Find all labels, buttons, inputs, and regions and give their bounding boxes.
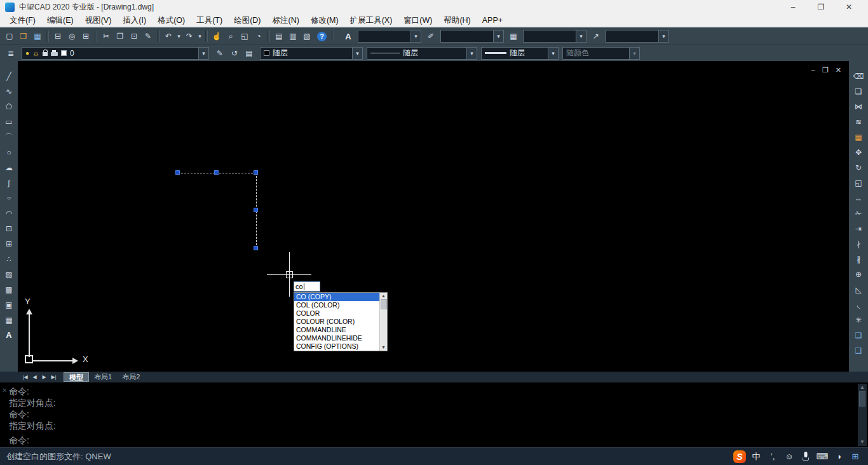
insert-block-icon[interactable]: ⊡ — [2, 222, 16, 235]
cut-icon[interactable]: ✂ — [99, 30, 113, 43]
chamfer-icon[interactable]: ◺ — [851, 283, 865, 296]
join-icon[interactable]: ⊕ — [851, 267, 865, 281]
gradient-icon[interactable]: ▩ — [2, 283, 16, 296]
autocomplete-scrollbar[interactable]: ▲ ▼ — [379, 293, 387, 351]
grip-point[interactable] — [175, 170, 180, 175]
rectangle-icon[interactable]: ▭ — [2, 115, 16, 128]
new-file-icon[interactable]: ▢ — [3, 30, 17, 43]
paste-icon[interactable]: ⊡ — [127, 30, 141, 43]
circle-icon[interactable]: ○ — [2, 145, 16, 159]
grip-point[interactable] — [214, 170, 219, 175]
emoji-icon[interactable]: ☺ — [783, 450, 796, 463]
combo-dropdown-arrow[interactable]: ▾ — [548, 48, 558, 59]
table-style-icon[interactable]: ▦ — [506, 30, 520, 43]
menu-express-tools[interactable]: 扩展工具(X) — [344, 14, 398, 27]
point-icon[interactable]: ∴ — [2, 252, 16, 266]
extend-icon[interactable]: ⇥ — [851, 222, 865, 235]
document-close-button[interactable]: ✕ — [836, 67, 841, 74]
make-block-icon[interactable]: ⊞ — [2, 237, 16, 250]
polygon-icon[interactable]: ⬠ — [2, 100, 16, 113]
menu-dimension[interactable]: 标注(N) — [267, 14, 305, 27]
combo-dropdown-arrow[interactable]: ▾ — [576, 30, 586, 42]
menu-tools[interactable]: 工具(T) — [191, 14, 228, 27]
combo-dropdown-arrow[interactable]: ▾ — [198, 48, 208, 59]
line-icon[interactable]: ╱ — [2, 69, 16, 83]
microphone-icon[interactable] — [799, 450, 812, 463]
scrollbar-track[interactable] — [380, 299, 387, 344]
sogou-logo[interactable]: S — [733, 450, 746, 463]
drawing-canvas[interactable]: – ❐ ✕ co CO (COP — [18, 61, 849, 372]
scroll-up-icon[interactable]: ▲ — [860, 384, 865, 391]
tool-palettes-icon[interactable]: ▧ — [300, 30, 314, 43]
style-combo[interactable]: ▾ — [358, 30, 421, 43]
undo-history-caret[interactable]: ▾ — [175, 30, 182, 43]
fillet-icon[interactable]: ◟ — [851, 298, 865, 311]
redo-icon[interactable]: ↷ — [182, 30, 196, 43]
menu-help[interactable]: 帮助(H) — [438, 14, 476, 27]
print-icon[interactable]: ⊟ — [51, 30, 65, 43]
chinese-input-icon[interactable]: 中 — [750, 450, 763, 463]
menu-view[interactable]: 视图(V) — [79, 14, 118, 27]
array-icon[interactable]: ▦ — [851, 130, 865, 144]
pan-icon[interactable]: ☝ — [210, 30, 224, 43]
help-icon[interactable]: ? — [317, 32, 327, 41]
tab-layout1[interactable]: 布局1 — [89, 372, 117, 382]
fullhalf-width-icon[interactable]: ◑ — [832, 450, 845, 463]
offset-icon[interactable]: ≋ — [851, 115, 865, 128]
command-panel-close-icon[interactable]: ✕ — [2, 387, 7, 394]
revision-cloud-icon[interactable]: ☁ — [2, 161, 16, 174]
toolbar-separator[interactable] — [95, 30, 97, 42]
scroll-down-icon[interactable]: ▼ — [860, 438, 865, 446]
open-file-icon[interactable]: ❒ — [17, 30, 31, 43]
zoom-realtime-icon[interactable]: ⌕ — [224, 30, 238, 43]
save-file-icon[interactable]: ▦ — [31, 30, 44, 43]
tab-model[interactable]: 模型 — [64, 372, 89, 382]
erase-icon[interactable]: ⌫ — [851, 69, 865, 83]
stretch-icon[interactable]: ↔ — [851, 191, 865, 205]
trim-icon[interactable]: ✁ — [851, 206, 865, 220]
menu-insert[interactable]: 插入(I) — [117, 14, 152, 27]
layer-properties-manager-icon[interactable]: ≣ — [4, 46, 18, 60]
grip-point[interactable] — [254, 246, 258, 250]
redo-history-caret[interactable]: ▾ — [196, 30, 203, 43]
mtext-icon[interactable]: A — [2, 328, 16, 342]
window-close-button[interactable]: ✕ — [835, 0, 863, 14]
scrollbar-thumb[interactable] — [381, 299, 387, 309]
color-combo[interactable]: 随层 ▾ — [260, 47, 363, 60]
first-tab-button[interactable]: |◀ — [20, 372, 30, 382]
layer-combo[interactable]: ● ☼ 0 ▾ — [22, 47, 209, 60]
toolbar-separator[interactable] — [157, 30, 159, 42]
menu-format[interactable]: 格式(O) — [152, 14, 191, 27]
autocomplete-option[interactable]: COL (COLOR) — [294, 301, 379, 309]
style-combo[interactable]: ▾ — [606, 30, 669, 43]
scroll-down-icon[interactable]: ▼ — [381, 344, 386, 351]
menu-draw[interactable]: 绘图(D) — [228, 14, 266, 27]
hatch-icon[interactable]: ▨ — [2, 267, 16, 281]
rotate-icon[interactable]: ↻ — [851, 161, 865, 174]
autocomplete-option[interactable]: CO (COPY) — [294, 293, 379, 301]
autocomplete-option[interactable]: COLOUR (COLOR) — [294, 318, 379, 326]
zoom-window-icon[interactable]: ◱ — [238, 30, 252, 43]
menu-modify[interactable]: 修改(M) — [305, 14, 344, 27]
menu-window[interactable]: 窗口(W) — [398, 14, 438, 27]
command-scrollbar[interactable]: ▲ ▼ — [858, 384, 867, 446]
combo-dropdown-arrow[interactable]: ▾ — [466, 48, 477, 59]
combo-dropdown-arrow[interactable]: ▾ — [352, 48, 362, 59]
undo-icon[interactable]: ↶ — [161, 30, 175, 43]
autocomplete-option[interactable]: COMMANDLINE — [294, 326, 379, 334]
make-object-layer-current-icon[interactable]: ✎ — [213, 46, 227, 60]
keyboard-icon[interactable]: ⌨ — [816, 450, 829, 463]
combo-dropdown-arrow[interactable]: ▾ — [658, 30, 668, 42]
toolbar-separator[interactable] — [332, 30, 334, 42]
design-center-icon[interactable]: ▥ — [286, 30, 300, 43]
toolbar-separator[interactable] — [46, 30, 49, 42]
explode-icon[interactable]: ✳ — [851, 313, 865, 327]
window-restore-button[interactable]: ❐ — [807, 0, 835, 14]
command-line-panel[interactable]: ✕ 命令:指定对角点:命令:指定对角点:命令: ▲ ▼ — [0, 382, 868, 447]
window-minimize-button[interactable]: – — [779, 0, 807, 14]
layer-states-icon[interactable]: ▤ — [242, 46, 256, 60]
properties-palette-icon[interactable]: ▤ — [272, 30, 286, 43]
polyline-icon[interactable]: ∿ — [2, 84, 16, 98]
next-tab-button[interactable]: ▶ — [39, 372, 49, 382]
ellipse-icon[interactable]: ○ — [2, 194, 16, 202]
